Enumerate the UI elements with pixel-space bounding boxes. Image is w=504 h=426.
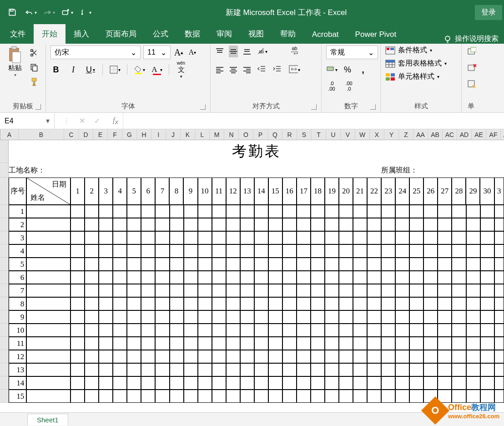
cell[interactable] [155,258,169,271]
cell[interactable] [438,376,452,390]
cell[interactable] [113,284,127,297]
cell[interactable]: 15 [9,390,26,403]
cell[interactable] [438,337,452,350]
cell[interactable]: 16 [282,178,297,205]
cell[interactable] [212,337,226,350]
cell[interactable] [240,350,254,363]
cell[interactable] [423,271,438,284]
font-color-button[interactable]: A▾ [151,64,162,76]
cell[interactable] [240,310,254,324]
cell[interactable] [367,205,381,218]
cell[interactable]: 18 [311,178,325,205]
cell[interactable] [85,310,99,324]
cell[interactable] [353,390,367,403]
cell[interactable]: 15 [268,178,282,205]
cell[interactable] [212,350,226,363]
cell[interactable] [184,337,198,350]
tab-review[interactable]: 审阅 [208,24,240,44]
accounting-format-button[interactable]: ▾ [326,64,338,76]
cell[interactable] [26,284,71,297]
cell[interactable] [240,258,254,271]
cell[interactable] [212,284,226,297]
cell[interactable] [452,324,466,337]
cell[interactable] [480,284,494,297]
cell[interactable] [254,284,268,297]
cell[interactable]: 19 [325,178,339,205]
cell[interactable] [85,363,99,376]
cell[interactable] [282,310,297,324]
row-header[interactable] [0,376,9,390]
cell[interactable] [141,324,155,337]
cell[interactable] [311,271,325,284]
cell[interactable] [423,350,438,363]
cut-button[interactable] [27,47,41,58]
cell[interactable] [198,337,212,350]
dialog-launcher-icon[interactable] [311,104,317,110]
row-header[interactable] [0,271,9,284]
bold-button[interactable]: B [50,64,61,76]
cell[interactable] [170,310,184,324]
cell[interactable] [452,363,466,376]
qat-more-button[interactable]: ▾ [76,4,94,20]
cell[interactable] [155,218,169,231]
cell[interactable] [480,363,494,376]
cell[interactable]: 7 [155,178,169,205]
cell[interactable]: 13 [240,178,254,205]
cell[interactable] [141,218,155,231]
cell[interactable] [466,376,480,390]
cell[interactable] [438,205,452,218]
cell[interactable] [452,244,466,258]
cell[interactable] [127,310,141,324]
cell[interactable] [367,258,381,271]
cell[interactable] [184,271,198,284]
cell[interactable] [438,258,452,271]
cell[interactable] [99,363,113,376]
cell[interactable] [438,310,452,324]
cell[interactable] [141,337,155,350]
cell[interactable] [254,258,268,271]
cell[interactable] [254,205,268,218]
cell[interactable]: 27 [438,178,452,205]
login-button[interactable]: 登录 [475,5,502,20]
cell[interactable] [452,376,466,390]
cell[interactable] [339,244,353,258]
cell[interactable] [268,271,282,284]
cell[interactable] [325,297,339,310]
cell[interactable] [170,297,184,310]
cell[interactable]: 9 [9,310,26,324]
cell[interactable] [395,205,409,218]
tab-acrobat[interactable]: Acrobat [304,25,347,44]
cell[interactable] [198,205,212,218]
cell[interactable]: 3 [9,231,26,244]
cell[interactable] [381,376,395,390]
cell[interactable] [212,390,226,403]
cell[interactable] [423,218,438,231]
cell[interactable] [480,324,494,337]
cell[interactable] [198,271,212,284]
cell[interactable] [325,337,339,350]
format-painter-button[interactable] [27,76,41,87]
cell[interactable] [26,297,71,310]
cell[interactable] [367,297,381,310]
cell[interactable] [198,231,212,244]
cell[interactable] [367,310,381,324]
cell[interactable]: 6 [141,178,155,205]
cell[interactable] [170,218,184,231]
column-header[interactable]: H [137,129,151,140]
cell[interactable] [113,337,127,350]
cell[interactable] [297,297,311,310]
cell[interactable] [155,297,169,310]
tab-layout[interactable]: 页面布局 [97,24,145,44]
column-header[interactable]: R [282,129,297,140]
cell[interactable]: 所属班组： [381,163,504,178]
cell[interactable] [226,284,240,297]
cell[interactable] [141,244,155,258]
cell[interactable] [466,244,480,258]
cell[interactable] [423,284,438,297]
cell[interactable] [99,271,113,284]
cell[interactable] [452,284,466,297]
cell[interactable] [353,337,367,350]
cell[interactable] [71,244,85,258]
cell[interactable] [409,350,423,363]
cell[interactable] [367,231,381,244]
